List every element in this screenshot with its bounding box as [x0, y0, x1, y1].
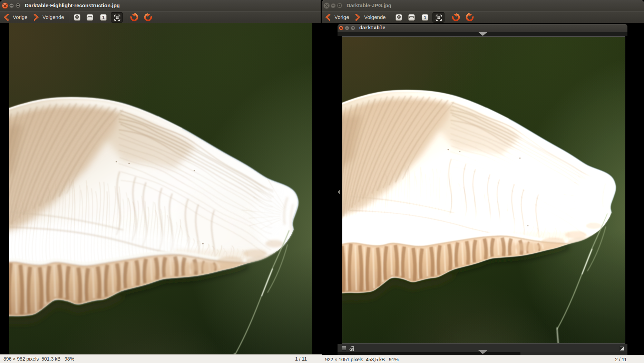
svg-text:1: 1 [424, 15, 426, 20]
svg-text:1: 1 [102, 15, 105, 20]
